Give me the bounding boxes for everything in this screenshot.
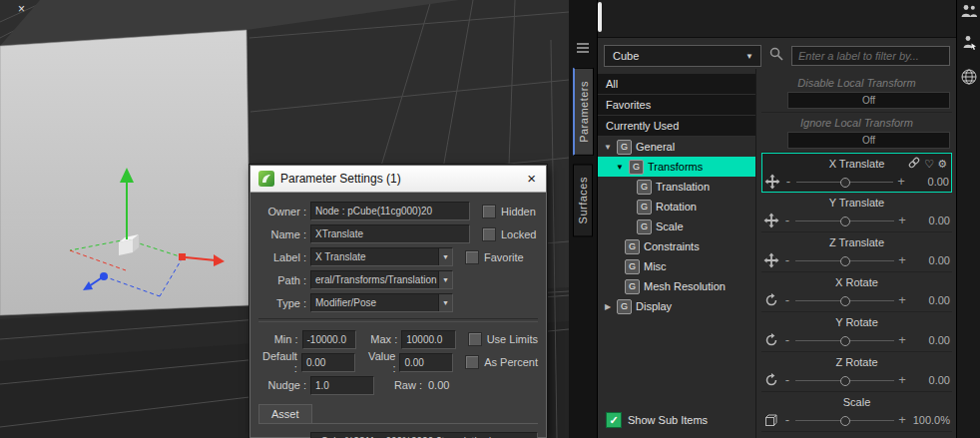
- slider-value[interactable]: 0.00: [910, 294, 950, 306]
- globe-icon[interactable]: [960, 68, 978, 90]
- path-field[interactable]: eral/Transforms/Translation ▼: [310, 270, 453, 289]
- tree-item-misc[interactable]: G Misc: [598, 256, 755, 276]
- param-z-translate[interactable]: Z Translate - + 0.00: [761, 232, 952, 272]
- checkbox-locked[interactable]: Locked: [482, 227, 536, 241]
- name-field[interactable]: XTranslate: [310, 224, 470, 243]
- slider-handle[interactable]: [840, 217, 850, 226]
- dialog-titlebar[interactable]: Parameter Settings (1) ×: [250, 166, 546, 193]
- tree-item-general[interactable]: ▼ G General: [598, 137, 755, 157]
- tree-item-translation[interactable]: G Translation: [598, 177, 755, 197]
- expand-arrow-icon[interactable]: ▶: [603, 302, 613, 311]
- off-button[interactable]: Off: [787, 132, 950, 149]
- link-icon[interactable]: [907, 156, 921, 172]
- param-x-translate[interactable]: X Translate ♡ ⚙: [761, 153, 952, 193]
- expand-arrow-icon[interactable]: ▼: [603, 143, 613, 152]
- slider-decrement[interactable]: -: [783, 372, 791, 387]
- locked-checkbox-box[interactable]: [482, 227, 496, 241]
- checkbox-favorite[interactable]: Favorite: [465, 250, 524, 264]
- slider-increment[interactable]: +: [897, 174, 905, 189]
- off-button[interactable]: Off: [787, 92, 950, 109]
- label-field[interactable]: X Translate ▼: [310, 247, 453, 266]
- param-z-rotate[interactable]: Z Rotate - + 0.00: [761, 352, 952, 392]
- type-field[interactable]: Modifier/Pose ▼: [310, 293, 453, 312]
- filter-input[interactable]: [791, 46, 950, 66]
- tree-item-favorites[interactable]: Favorites: [598, 95, 755, 116]
- nudge-field[interactable]: 1.0: [310, 376, 374, 395]
- heart-icon[interactable]: ♡: [924, 157, 934, 171]
- gear-icon[interactable]: ⚙: [937, 157, 947, 171]
- favorite-checkbox-box[interactable]: [465, 250, 479, 264]
- tab-surfaces[interactable]: Surfaces: [573, 164, 593, 236]
- expand-arrow-icon[interactable]: ▼: [615, 163, 625, 172]
- slider-handle[interactable]: [840, 336, 850, 346]
- checkbox-as-percent[interactable]: As Percent: [465, 355, 538, 369]
- slider-increment[interactable]: +: [898, 332, 906, 347]
- people-icon[interactable]: [960, 4, 978, 22]
- tab-parameters[interactable]: Parameters: [573, 68, 594, 156]
- slider-value[interactable]: 0.00: [910, 374, 950, 386]
- slider-increment[interactable]: +: [898, 372, 906, 387]
- dropdown-arrow-icon[interactable]: ▼: [438, 294, 452, 311]
- tree-item-rotation[interactable]: G Rotation: [598, 197, 755, 217]
- dropdown-arrow-icon[interactable]: ▼: [438, 248, 452, 265]
- slider-track[interactable]: [795, 214, 894, 227]
- slider-value[interactable]: 0.00: [910, 215, 950, 226]
- param-y-rotate[interactable]: Y Rotate - + 0.00: [761, 312, 952, 352]
- param-y-translate[interactable]: Y Translate - + 0.00: [761, 193, 952, 232]
- close-icon[interactable]: ×: [525, 172, 538, 186]
- hidden-checkbox-box[interactable]: [482, 205, 496, 219]
- slider-track[interactable]: [795, 413, 894, 427]
- tree-item-scale[interactable]: G Scale: [598, 217, 755, 236]
- slider-handle[interactable]: [840, 376, 850, 386]
- slider-increment[interactable]: +: [898, 412, 906, 427]
- slider-handle[interactable]: [840, 416, 850, 426]
- panel-menu-icon[interactable]: [575, 40, 591, 58]
- person-select-icon[interactable]: [961, 35, 977, 55]
- slider-track[interactable]: [796, 175, 893, 189]
- slider-increment[interactable]: +: [898, 292, 906, 307]
- checkbox-use-limits[interactable]: Use Limits: [468, 332, 538, 346]
- tree-item-display[interactable]: ▶ G Display: [598, 296, 755, 316]
- node-selector-dropdown[interactable]: Cube ▼: [604, 45, 761, 67]
- value-field[interactable]: 0.00: [399, 353, 453, 372]
- slider-decrement[interactable]: -: [783, 412, 791, 427]
- slider-track[interactable]: [795, 253, 894, 267]
- id-path-field[interactable]: pCube%2811cg000%2920:?translation/x: [310, 432, 538, 438]
- checkbox-hidden[interactable]: Hidden: [482, 205, 536, 219]
- tree-item-mesh-resolution[interactable]: G Mesh Resolution: [598, 276, 755, 296]
- tree-item-constraints[interactable]: G Constraints: [598, 236, 755, 256]
- slider-decrement[interactable]: -: [783, 332, 791, 347]
- max-field[interactable]: 10000.0: [401, 330, 455, 349]
- slider-value[interactable]: 100.0%: [910, 414, 950, 426]
- dropdown-arrow-icon[interactable]: ▼: [438, 271, 452, 288]
- owner-field[interactable]: Node : pCube(11cg000)20: [310, 202, 470, 220]
- show-sub-items[interactable]: ✓ Show Sub Items: [606, 412, 708, 428]
- slider-decrement[interactable]: -: [784, 174, 792, 189]
- slider-track[interactable]: [795, 293, 894, 307]
- min-field[interactable]: -10000.0: [302, 330, 356, 349]
- param-x-rotate[interactable]: X Rotate - + 0.00: [761, 272, 952, 312]
- slider-value[interactable]: 0.00: [909, 176, 949, 188]
- slider-decrement[interactable]: -: [783, 252, 791, 267]
- show-sub-items-checkbox[interactable]: ✓: [606, 412, 622, 428]
- slider-track[interactable]: [795, 373, 894, 387]
- use-limits-checkbox-box[interactable]: [468, 332, 482, 346]
- tree-item-currently-used[interactable]: Currently Used: [598, 116, 755, 137]
- slider-decrement[interactable]: -: [783, 292, 791, 307]
- tree-item-all[interactable]: All: [598, 74, 755, 95]
- slider-track[interactable]: [795, 333, 894, 347]
- slider-handle[interactable]: [840, 256, 850, 266]
- as-percent-checkbox-box[interactable]: [465, 355, 479, 369]
- slider-increment[interactable]: +: [898, 213, 906, 227]
- scrollbar-thumb[interactable]: [598, 2, 602, 32]
- slider-value[interactable]: 0.00: [910, 254, 950, 266]
- tab-asset[interactable]: Asset: [258, 404, 312, 423]
- slider-handle[interactable]: [840, 296, 850, 306]
- slider-decrement[interactable]: -: [783, 213, 791, 227]
- slider-handle[interactable]: [840, 178, 850, 188]
- param-scale[interactable]: Scale - + 100.0%: [761, 392, 952, 432]
- default-field[interactable]: 0.00: [301, 353, 355, 372]
- slider-value[interactable]: 0.00: [910, 334, 950, 346]
- slider-increment[interactable]: +: [898, 252, 906, 267]
- tree-item-transforms[interactable]: ▼ G Transforms: [598, 157, 755, 177]
